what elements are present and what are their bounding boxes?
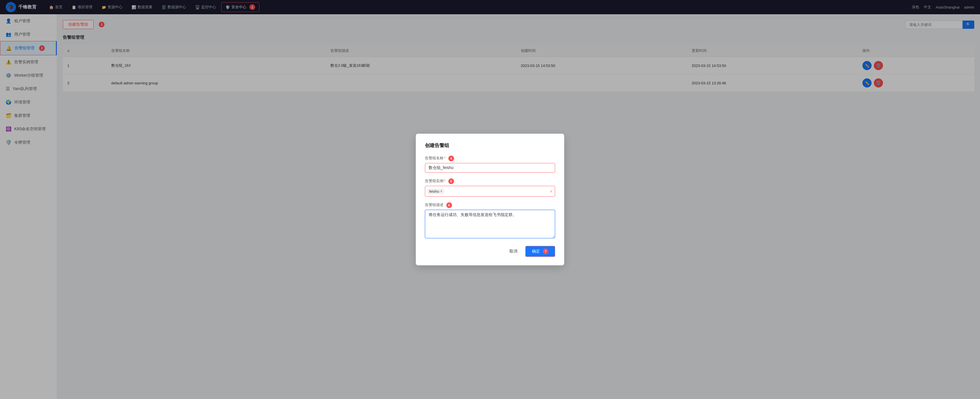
- remove-tag-feishu[interactable]: ×: [440, 189, 442, 193]
- instance-label: 告警组实例* 5: [425, 179, 555, 184]
- modal-title: 创建告警组: [425, 142, 555, 149]
- create-alert-group-modal: 创建告警组 告警组名称* 4 告警组实例* 5 feishu × ∨: [416, 134, 564, 265]
- chevron-down-icon: ∨: [550, 189, 552, 193]
- modal-footer: 取消 确定 7: [425, 246, 555, 257]
- instance-group: 告警组实例* 5 feishu × ∨: [425, 179, 555, 197]
- group-name-label: 告警组名称* 4: [425, 156, 555, 161]
- modal-overlay: 创建告警组 告警组名称* 4 告警组实例* 5 feishu × ∨: [0, 0, 980, 399]
- instance-select[interactable]: feishu × ∨: [425, 186, 555, 197]
- instance-tag: feishu ×: [428, 188, 444, 194]
- annotation-5: 5: [448, 179, 454, 184]
- annotation-4: 4: [448, 156, 454, 161]
- description-label: 告警组描述 6: [425, 202, 555, 208]
- description-group: 告警组描述 6 将任务运行成功、失败等信息发送给飞书指定群。: [425, 202, 555, 239]
- group-name-input[interactable]: [425, 163, 555, 173]
- annotation-6: 6: [446, 202, 452, 208]
- description-textarea[interactable]: 将任务运行成功、失败等信息发送给飞书指定群。: [425, 210, 555, 238]
- cancel-button[interactable]: 取消: [505, 247, 522, 256]
- confirm-button[interactable]: 确定 7: [525, 246, 555, 257]
- annotation-7: 7: [543, 249, 549, 254]
- group-name-group: 告警组名称* 4: [425, 156, 555, 173]
